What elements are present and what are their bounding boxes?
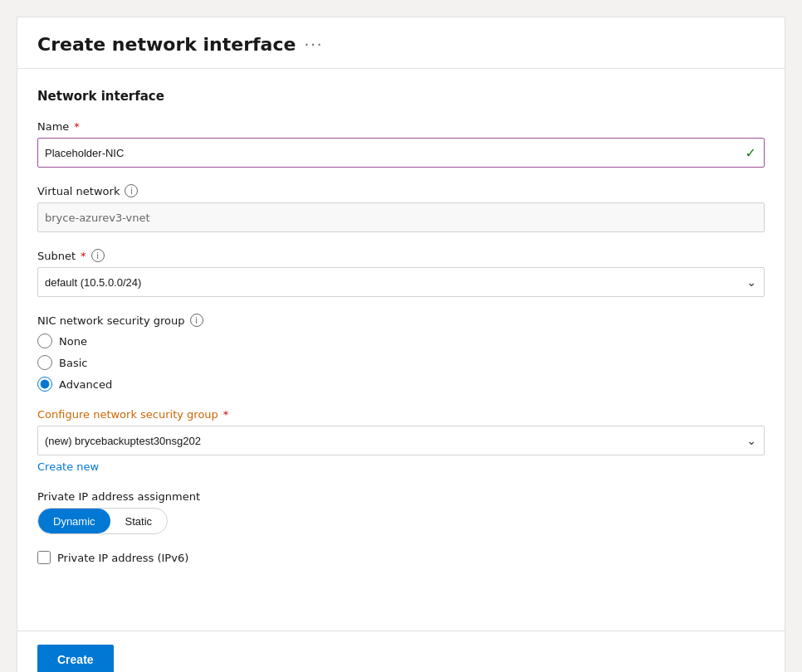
configure-nsg-field-group: Configure network security group * (new)… <box>37 408 765 474</box>
panel-header: Create network interface ··· <box>17 17 785 69</box>
subnet-select[interactable]: default (10.5.0.0/24) <box>37 267 765 297</box>
section-title-network-interface: Network interface <box>37 89 765 104</box>
name-label: Name * <box>37 120 765 133</box>
nic-nsg-advanced-radio[interactable] <box>37 377 52 392</box>
virtual-network-info-icon[interactable]: i <box>125 184 138 197</box>
subnet-field-group: Subnet * i default (10.5.0.0/24) ⌄ <box>37 249 765 297</box>
ipv6-label: Private IP address (IPv6) <box>57 552 188 564</box>
ip-assignment-field-group: Private IP address assignment Dynamic St… <box>37 490 765 534</box>
create-new-link[interactable]: Create new <box>37 460 99 473</box>
ip-assignment-toggle: Dynamic Static <box>37 508 168 534</box>
nic-nsg-none-option[interactable]: None <box>37 334 765 348</box>
create-button[interactable]: Create <box>37 645 114 672</box>
ipv6-checkbox[interactable] <box>37 551 51 564</box>
more-options-icon[interactable]: ··· <box>304 36 323 53</box>
nic-nsg-info-icon[interactable]: i <box>190 314 203 327</box>
nic-nsg-none-radio[interactable] <box>37 334 52 348</box>
subnet-info-icon[interactable]: i <box>91 249 105 262</box>
panel-content: Network interface Name * ✓ Virtual netwo… <box>17 69 785 631</box>
nic-nsg-label: NIC network security group i <box>37 314 765 327</box>
configure-nsg-select-wrapper: (new) brycebackuptest30nsg202 ⌄ <box>37 426 765 455</box>
subnet-required-indicator: * <box>81 250 86 262</box>
nic-nsg-advanced-label: Advanced <box>59 378 112 391</box>
create-network-interface-panel: Create network interface ··· Network int… <box>17 17 785 672</box>
ip-assignment-dynamic-button[interactable]: Dynamic <box>38 509 110 533</box>
nic-nsg-basic-radio[interactable] <box>37 355 52 370</box>
name-field-group: Name * ✓ <box>37 120 765 168</box>
nic-nsg-radio-group: None Basic Advanced <box>37 334 765 392</box>
nic-nsg-field-group: NIC network security group i None Basic … <box>37 314 765 392</box>
panel-footer: Create <box>17 631 785 672</box>
virtual-network-value: bryce-azurev3-vnet <box>37 202 765 232</box>
configure-nsg-label: Configure network security group * <box>37 408 765 421</box>
nic-nsg-advanced-option[interactable]: Advanced <box>37 377 765 392</box>
subnet-select-wrapper: default (10.5.0.0/24) ⌄ <box>37 267 765 297</box>
nic-nsg-none-label: None <box>59 335 87 348</box>
name-valid-icon: ✓ <box>746 145 756 161</box>
virtual-network-label: Virtual network i <box>37 184 765 197</box>
nic-nsg-basic-option[interactable]: Basic <box>37 355 765 370</box>
ip-assignment-label: Private IP address assignment <box>37 490 765 503</box>
ip-assignment-static-button[interactable]: Static <box>110 509 168 533</box>
configure-nsg-select[interactable]: (new) brycebackuptest30nsg202 <box>37 426 765 455</box>
name-input[interactable] <box>37 138 765 168</box>
page-title: Create network interface <box>37 34 296 55</box>
name-input-wrapper: ✓ <box>37 138 765 168</box>
name-required-indicator: * <box>74 120 80 133</box>
subnet-label: Subnet * i <box>37 249 765 262</box>
configure-nsg-required-indicator: * <box>223 408 229 421</box>
nic-nsg-basic-label: Basic <box>59 357 87 369</box>
virtual-network-field-group: Virtual network i bryce-azurev3-vnet <box>37 184 765 232</box>
ipv6-checkbox-wrapper: Private IP address (IPv6) <box>37 551 765 564</box>
